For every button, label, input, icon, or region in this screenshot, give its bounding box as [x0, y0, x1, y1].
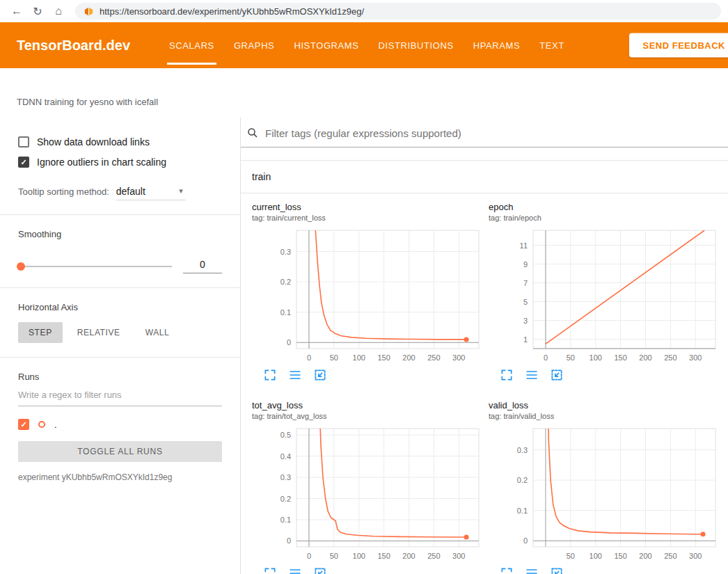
charts-grid: current_losstag: train/current_loss05010… — [241, 193, 728, 574]
tab-text[interactable]: TEXT — [530, 22, 574, 68]
tab-scalars[interactable]: SCALARS — [159, 22, 224, 68]
home-icon[interactable]: ⌂ — [49, 2, 68, 20]
axis-button-step[interactable]: STEP — [18, 322, 63, 343]
svg-text:250: 250 — [664, 353, 676, 362]
experiment-subheader: TDNN training for yesno with icefall — [0, 68, 728, 117]
svg-text:0.1: 0.1 — [517, 507, 528, 515]
svg-text:200: 200 — [402, 353, 415, 362]
runs-label: Runs — [18, 372, 222, 382]
tooltip-sorting-select[interactable]: default ▾ — [116, 186, 186, 200]
experiment-title: TDNN training for yesno with icefall — [17, 97, 158, 107]
svg-text:0.3: 0.3 — [280, 473, 291, 481]
tag-filter-input[interactable] — [265, 127, 721, 139]
fit-domain-icon[interactable] — [313, 368, 327, 382]
fullscreen-icon[interactable] — [263, 368, 277, 382]
smoothing-slider-row: 0 — [18, 259, 222, 273]
svg-text:0: 0 — [544, 353, 548, 362]
svg-text:0.4: 0.4 — [280, 452, 291, 461]
run-name: . — [54, 420, 57, 430]
svg-text:50: 50 — [330, 353, 338, 362]
svg-text:5: 5 — [523, 298, 528, 306]
fullscreen-icon[interactable] — [263, 566, 277, 574]
runs-list-icon[interactable] — [525, 566, 539, 574]
ignore-outliers-row: ✓ Ignore outliers in chart scaling — [18, 157, 222, 168]
tooltip-sorting-label: Tooltip sorting method: — [18, 186, 109, 197]
run-row: ✓. — [18, 419, 222, 430]
svg-text:0.2: 0.2 — [517, 476, 528, 484]
run-list: ✓. — [18, 419, 222, 430]
chart-plot-tot_avg_loss[interactable]: 05010015020025030000.10.20.30.40.5 — [252, 426, 482, 565]
tab-histograms[interactable]: HISTOGRAMS — [284, 22, 368, 68]
fit-domain-icon[interactable] — [313, 566, 327, 574]
runs-list-icon[interactable] — [288, 566, 302, 574]
axis-button-wall[interactable]: WALL — [135, 322, 180, 343]
svg-text:0.2: 0.2 — [280, 495, 291, 503]
svg-text:0: 0 — [307, 353, 311, 362]
svg-text:0: 0 — [287, 536, 291, 545]
runs-list-icon[interactable] — [288, 368, 302, 382]
svg-text:300: 300 — [689, 552, 702, 560]
chart-toolbar — [252, 368, 482, 382]
svg-text:7: 7 — [523, 279, 528, 287]
chart-tag: tag: train/current_loss — [252, 214, 482, 222]
chart-plot-valid_loss[interactable]: 5010015020025030000.10.20.3 — [489, 426, 718, 565]
svg-text:0: 0 — [287, 338, 291, 346]
svg-text:250: 250 — [664, 552, 676, 560]
back-icon[interactable]: ← — [7, 2, 26, 20]
svg-text:150: 150 — [377, 353, 390, 362]
smoothing-value[interactable]: 0 — [183, 259, 222, 273]
divider — [0, 214, 240, 215]
show-download-checkbox[interactable] — [18, 136, 29, 148]
url-text: https://tensorboard.dev/experiment/yKUbh… — [100, 6, 364, 17]
run-checkbox[interactable]: ✓ — [18, 419, 29, 430]
settings-sidebar: Show data download links ✓ Ignore outlie… — [0, 117, 241, 574]
tab-hparams[interactable]: HPARAMS — [464, 22, 530, 68]
address-bar[interactable]: https://tensorboard.dev/experiment/yKUbh… — [75, 3, 721, 19]
chart-plot-epoch[interactable]: 0501001502002503001357911 — [489, 228, 718, 367]
check-icon: ✓ — [20, 159, 26, 166]
fullscreen-icon[interactable] — [500, 566, 514, 574]
tensorboard-logo: TensorBoard.dev — [17, 38, 130, 54]
runs-list-icon[interactable] — [525, 368, 539, 382]
fit-domain-icon[interactable] — [550, 566, 564, 574]
runs-filter-input[interactable] — [18, 383, 222, 406]
chart-toolbar — [252, 566, 482, 574]
send-feedback-button[interactable]: SEND FEEDBACK — [629, 33, 728, 58]
svg-text:3: 3 — [523, 317, 528, 325]
search-icon — [246, 127, 259, 139]
axis-button-relative[interactable]: RELATIVE — [67, 322, 131, 343]
horizontal-axis-label: Horizontal Axis — [18, 302, 222, 312]
tooltip-sorting-row: Tooltip sorting method: default ▾ — [18, 186, 222, 200]
nav-tabs: SCALARSGRAPHSHISTOGRAMSDISTRIBUTIONSHPAR… — [159, 22, 574, 68]
run-color-swatch-icon — [38, 421, 45, 428]
horizontal-axis-buttons: STEPRELATIVEWALL — [18, 322, 222, 343]
tab-graphs[interactable]: GRAPHS — [224, 22, 285, 68]
chart-toolbar — [489, 368, 718, 382]
svg-text:250: 250 — [427, 353, 440, 362]
chart-card-tot_avg_loss: tot_avg_losstag: train/tot_avg_loss05010… — [252, 400, 482, 574]
chart-title: current_loss — [252, 202, 482, 212]
chart-title: epoch — [489, 202, 718, 212]
smoothing-slider[interactable] — [18, 266, 172, 267]
svg-text:0: 0 — [523, 536, 528, 545]
chart-title: tot_avg_loss — [252, 400, 482, 410]
ignore-outliers-label: Ignore outliers in chart scaling — [37, 157, 166, 168]
ignore-outliers-checkbox[interactable]: ✓ — [18, 157, 29, 168]
svg-text:0.1: 0.1 — [280, 308, 291, 317]
svg-text:300: 300 — [452, 353, 465, 362]
reload-icon[interactable]: ↻ — [28, 2, 47, 20]
smoothing-slider-thumb[interactable] — [17, 262, 25, 271]
svg-text:50: 50 — [567, 552, 575, 560]
divider — [0, 287, 240, 288]
svg-text:300: 300 — [689, 353, 702, 362]
svg-text:0.1: 0.1 — [280, 516, 291, 524]
svg-text:0: 0 — [307, 552, 311, 560]
tab-distributions[interactable]: DISTRIBUTIONS — [369, 22, 464, 68]
svg-text:150: 150 — [377, 552, 390, 560]
group-header-train[interactable]: train — [241, 161, 728, 193]
fit-domain-icon[interactable] — [550, 368, 564, 382]
svg-text:11: 11 — [520, 241, 528, 250]
fullscreen-icon[interactable] — [500, 368, 514, 382]
toggle-all-runs-button[interactable]: TOGGLE ALL RUNS — [18, 441, 222, 462]
chart-plot-current_loss[interactable]: 05010015020025030000.10.20.3 — [252, 228, 482, 367]
